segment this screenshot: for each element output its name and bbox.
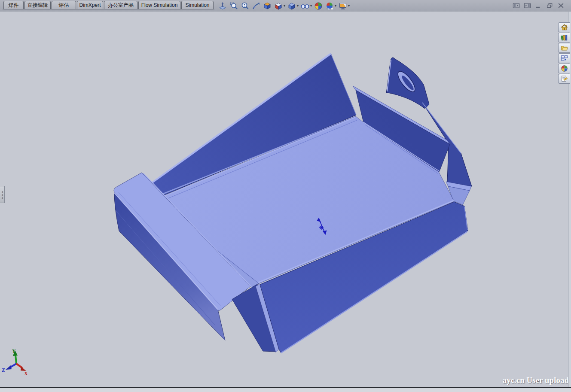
commandmanager-tabs: 焊件 直接编辑 评估 DimXpert 办公室产品 Flow Simulatio… — [3, 1, 214, 9]
command-tab-label: DimXpert — [79, 2, 101, 8]
minimize-icon — [535, 3, 542, 9]
taskpane-tab-file-explorer[interactable] — [558, 43, 570, 53]
view-previous-view-button[interactable] — [251, 1, 261, 11]
previous-view-icon — [251, 1, 261, 11]
view-display-style-button[interactable]: ▾ — [287, 1, 299, 11]
triad-y-label: Y — [12, 348, 16, 354]
task-pane-tabs — [558, 22, 570, 84]
view-zoom-to-area-button[interactable] — [229, 1, 239, 11]
toggle-right-pane-button[interactable] — [523, 2, 531, 9]
dropdown-caret-icon[interactable]: ▾ — [310, 4, 312, 8]
close-icon — [557, 3, 565, 9]
command-tab-label: Simulation — [185, 2, 209, 8]
command-tab-label: 焊件 — [9, 2, 19, 9]
tab-evaluate[interactable]: 评估 — [52, 1, 76, 9]
appearances-icon — [561, 65, 568, 72]
tab-weldments[interactable]: 焊件 — [3, 1, 24, 9]
command-tab-label: 评估 — [59, 2, 69, 9]
tab-office-products[interactable]: 办公室产品 — [104, 1, 137, 9]
collapse-arrow-icon: ◂ — [1, 197, 3, 199]
window-controls — [512, 2, 565, 9]
toggle-left-pane-button[interactable] — [512, 2, 520, 9]
taskpane-tab-custom-properties[interactable] — [558, 74, 570, 84]
model-canvas[interactable]: Y Z X — [0, 0, 571, 392]
solidworks-window: Y Z X ayc.cn User upload 焊件 直接编辑 评估 DimX… — [0, 0, 571, 392]
view-apply-scene-button[interactable]: ▾ — [324, 1, 337, 11]
heads-up-view-toolbar: ▾ ▾ ▾ ▾ ▾ — [217, 0, 350, 11]
view-zoom-in-out-button[interactable] — [240, 1, 250, 11]
dropdown-caret-icon[interactable]: ▾ — [297, 4, 299, 8]
view-orientation-button[interactable]: ▾ — [273, 1, 286, 11]
custom-properties-icon — [561, 75, 568, 82]
top-bar: 焊件 直接编辑 评估 DimXpert 办公室产品 Flow Simulatio… — [0, 0, 571, 12]
view-palette-icon — [561, 55, 568, 62]
minimize-button[interactable] — [534, 2, 543, 9]
triad-x-label: X — [24, 371, 28, 377]
folder-icon — [561, 44, 568, 52]
restore-button[interactable] — [546, 2, 554, 9]
status-bar — [0, 388, 571, 392]
home-icon — [561, 24, 568, 31]
taskpane-tab-solidworks-resources[interactable] — [558, 22, 570, 32]
tab-simulation[interactable]: Simulation — [181, 1, 214, 9]
tab-direct-editing[interactable]: 直接编辑 — [24, 1, 51, 9]
view-hide-show-items-button[interactable]: ▾ — [300, 1, 312, 11]
tab-dimxpert[interactable]: DimXpert — [77, 1, 103, 9]
taskpane-tab-appearances-scenes[interactable] — [558, 64, 570, 73]
panel-toggle-right-icon — [524, 3, 531, 9]
view-settings-button[interactable]: ▾ — [338, 1, 350, 11]
view-orientation-icon — [274, 1, 283, 11]
zoom-to-area-icon — [229, 1, 238, 11]
collapse-arrow-icon: ◂ — [1, 191, 3, 193]
view-section-view-button[interactable] — [262, 1, 272, 11]
panel-toggle-left-icon — [513, 3, 520, 9]
taskpane-tab-view-palette[interactable] — [558, 53, 570, 63]
command-tab-label: Flow Simulation — [141, 2, 178, 8]
design-library-icon — [561, 34, 568, 41]
reference-triad: Y Z X — [2, 348, 28, 377]
triad-z-label: Z — [2, 367, 5, 373]
watermark-text: ayc.cn User upload — [503, 376, 569, 385]
edit-appearance-icon — [314, 1, 323, 11]
restore-icon — [546, 3, 553, 9]
hide-show-items-icon — [300, 1, 310, 11]
dropdown-caret-icon[interactable]: ▾ — [348, 4, 350, 8]
apply-scene-icon — [325, 1, 334, 11]
tabs-underline — [3, 9, 214, 9]
zoom-to-fit-icon — [218, 1, 227, 11]
dropdown-caret-icon[interactable]: ▾ — [335, 4, 336, 8]
taskpane-tab-design-library[interactable] — [558, 33, 570, 43]
sheet-metal-part[interactable] — [114, 54, 472, 353]
command-tab-label: 直接编辑 — [27, 2, 48, 9]
zoom-in-out-icon — [240, 1, 250, 11]
dropdown-caret-icon[interactable]: ▾ — [284, 4, 285, 8]
display-style-icon — [287, 1, 296, 11]
view-zoom-to-fit-button[interactable] — [217, 1, 228, 11]
close-button[interactable] — [557, 2, 565, 9]
tab-flow-simulation[interactable]: Flow Simulation — [138, 1, 180, 9]
view-settings-icon — [338, 1, 348, 11]
section-view-icon — [263, 1, 272, 11]
command-tab-label: 办公室产品 — [108, 2, 134, 9]
featuremanager-collapse-handle[interactable]: ◂ ◂ ◂ — [0, 186, 5, 203]
view-edit-appearance-button[interactable] — [313, 1, 324, 11]
collapse-arrow-icon: ◂ — [1, 194, 3, 196]
